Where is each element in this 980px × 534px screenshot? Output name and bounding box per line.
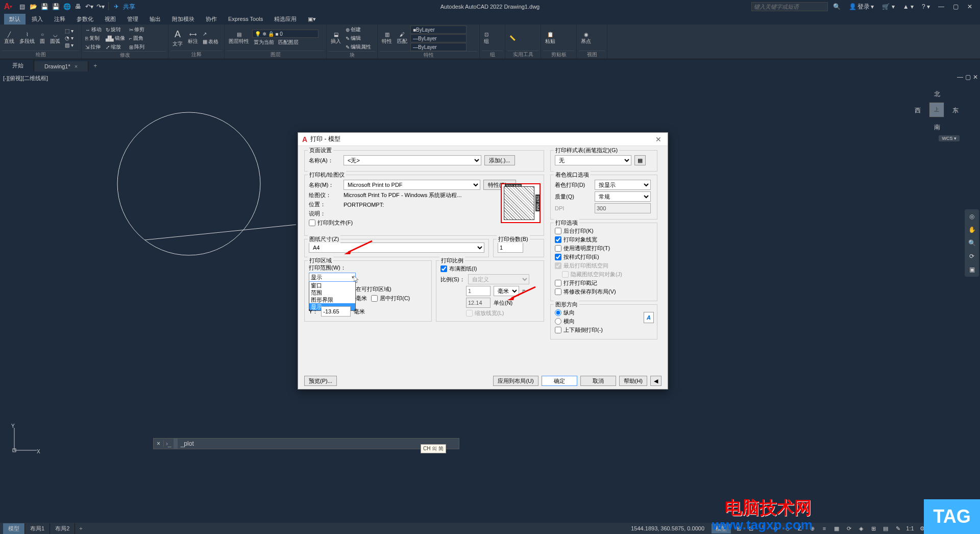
vp-close-icon[interactable]: ✕ xyxy=(973,74,978,81)
pan-icon[interactable]: ✋ xyxy=(967,225,977,235)
opt-trans-check[interactable] xyxy=(555,245,561,252)
tab-model[interactable]: 模型 xyxy=(3,523,25,534)
line-button[interactable]: ╱直线 xyxy=(2,31,16,46)
editattr-button[interactable]: ✎ 编辑属性 xyxy=(344,43,373,51)
range-opt-extents[interactable]: 范围 xyxy=(309,289,355,296)
cmdline-close-icon[interactable]: × xyxy=(154,440,164,447)
measure-button[interactable]: 📏 xyxy=(507,34,518,42)
center-check[interactable] xyxy=(371,295,378,302)
new-icon[interactable]: ▤ xyxy=(17,2,27,11)
vp-max-icon[interactable]: ▢ xyxy=(965,74,971,81)
showmotion-icon[interactable]: ▣ xyxy=(967,264,977,275)
mirror-button[interactable]: ▟▙ 镜像 xyxy=(104,34,127,42)
viewcube[interactable]: 上 北 南 东 西 xyxy=(914,87,960,133)
orient-upside-check[interactable] xyxy=(555,327,561,333)
opt-lw-check[interactable] xyxy=(555,236,561,243)
preview-button[interactable]: 预览(P)... xyxy=(304,376,337,386)
paper-select[interactable]: A4 xyxy=(309,242,484,253)
autodesk-icon[interactable]: ▲ ▾ xyxy=(900,2,917,11)
viewcube-e[interactable]: 东 xyxy=(952,106,959,115)
fit-check[interactable] xyxy=(440,265,447,272)
viewcube-top[interactable]: 上 xyxy=(929,102,944,117)
style-select[interactable]: 无 xyxy=(555,155,631,165)
minimize-icon[interactable]: — xyxy=(935,2,947,12)
layout-add-icon[interactable]: + xyxy=(75,524,86,533)
search-input[interactable] xyxy=(751,2,828,11)
3dosnap-icon[interactable]: ◈ xyxy=(855,524,867,533)
layer-combo[interactable]: 💡 ❄ 🔒 ■ 0 xyxy=(252,30,318,38)
draw-more-1[interactable]: ⬚ ▾ xyxy=(63,28,75,34)
copy-button[interactable]: ⎘ 复制 xyxy=(84,34,103,42)
tab-featured[interactable]: 精选应用 xyxy=(269,14,302,25)
close-icon[interactable]: ✕ xyxy=(964,2,976,12)
vp-min-icon[interactable]: — xyxy=(957,74,963,81)
viewcube-s[interactable]: 南 xyxy=(934,123,940,132)
insert-button[interactable]: ⬓插入 xyxy=(329,31,343,46)
dialog-close-icon[interactable]: ✕ xyxy=(653,135,664,143)
app-store-icon[interactable]: 🛒 ▾ xyxy=(879,2,897,11)
plot-range-select[interactable]: 显示 xyxy=(309,273,356,282)
login-button[interactable]: 👤 登录 ▾ xyxy=(846,2,877,12)
expand-button[interactable]: ◀ xyxy=(650,376,662,386)
ltype-combo[interactable]: — ByLayer xyxy=(410,43,467,51)
tab-add-icon[interactable]: + xyxy=(88,60,102,71)
tab-manage[interactable]: 管理 xyxy=(122,14,143,25)
y-offset-input[interactable] xyxy=(321,306,351,317)
qp-icon[interactable]: ▤ xyxy=(880,524,891,533)
open-icon[interactable]: 📂 xyxy=(29,2,38,11)
wheel-icon[interactable]: ◎ xyxy=(967,211,977,222)
scale-icon[interactable]: 1:1 xyxy=(904,524,916,533)
leader-button[interactable]: ↗ xyxy=(201,31,220,37)
create-button[interactable]: ⊕ 创建 xyxy=(344,26,373,34)
printer-select[interactable]: Microsoft Print to PDF xyxy=(344,180,480,190)
viewcube-w[interactable]: 西 xyxy=(915,106,921,115)
tpy-icon[interactable]: ▦ xyxy=(831,524,842,533)
wcs-label[interactable]: WCS ▾ xyxy=(939,135,960,141)
orbit-icon[interactable]: ⟳ xyxy=(967,251,977,261)
add-pagesetup-button[interactable]: 添加(.)... xyxy=(484,155,515,165)
cmdline-handle[interactable] xyxy=(174,439,178,449)
lweight-combo[interactable]: — ByLayer xyxy=(410,34,467,42)
viewcube-n[interactable]: 北 xyxy=(934,90,940,99)
tab-overflow[interactable]: ▣▾ xyxy=(303,14,321,24)
scale-unit-select[interactable]: 毫米 xyxy=(494,286,519,296)
quality-select[interactable]: 常规 xyxy=(595,191,651,202)
group-button[interactable]: ⊡组 xyxy=(482,31,491,46)
style-edit-button[interactable]: ▦ xyxy=(634,155,646,165)
pagesetup-select[interactable]: <无> xyxy=(344,155,481,165)
base-button[interactable]: ◉基点 xyxy=(579,31,593,46)
tab-layout1[interactable]: 布局1 xyxy=(25,523,50,534)
redo-icon[interactable]: ↷▾ xyxy=(96,2,105,11)
dim-button[interactable]: ⟷标注 xyxy=(186,31,200,46)
help-button[interactable]: 帮助(H) xyxy=(619,376,647,386)
setcur-button[interactable]: 置为当前 xyxy=(252,38,276,46)
app-icon[interactable]: A▾ xyxy=(2,1,14,13)
apply-button[interactable]: 应用到布局(U) xyxy=(493,376,538,386)
tab-view[interactable]: 视图 xyxy=(100,14,121,25)
search-icon[interactable]: 🔍 xyxy=(830,2,844,11)
edit-button[interactable]: ✎ 编辑 xyxy=(344,34,373,42)
matchprops-button[interactable]: 🖌匹配 xyxy=(395,31,409,46)
tab-collab[interactable]: 协作 xyxy=(201,14,222,25)
stretch-button[interactable]: ⇲ 拉伸 xyxy=(84,43,103,51)
color-combo[interactable]: ■ ByLayer xyxy=(410,26,467,34)
shade-select[interactable]: 按显示 xyxy=(595,180,651,190)
print-to-file-check[interactable] xyxy=(309,220,315,226)
cancel-button[interactable]: 取消 xyxy=(580,376,616,386)
match-button[interactable]: 匹配图层 xyxy=(277,38,300,46)
draw-more-3[interactable]: ▨ ▾ xyxy=(63,42,75,48)
move-button[interactable]: ↔ 移动 xyxy=(84,26,103,34)
props-button[interactable]: ▥特性 xyxy=(380,31,394,46)
maximize-icon[interactable]: ▢ xyxy=(949,2,962,12)
undo-icon[interactable]: ↶▾ xyxy=(85,2,94,11)
array-button[interactable]: ⊞ 阵列 xyxy=(128,43,146,51)
opt-save-check[interactable] xyxy=(555,288,561,295)
plot-icon[interactable]: 🖶 xyxy=(74,2,83,11)
tab-layout2[interactable]: 布局2 xyxy=(50,523,75,534)
dialog-titlebar[interactable]: A 打印 - 模型 ✕ xyxy=(298,133,668,146)
lwt-icon[interactable]: ≡ xyxy=(819,524,830,533)
trim-button[interactable]: ✂ 修剪 xyxy=(128,26,146,34)
orient-landscape-radio[interactable] xyxy=(555,318,561,325)
copies-input[interactable] xyxy=(498,242,523,253)
cycle-icon[interactable]: ⟳ xyxy=(843,524,854,533)
